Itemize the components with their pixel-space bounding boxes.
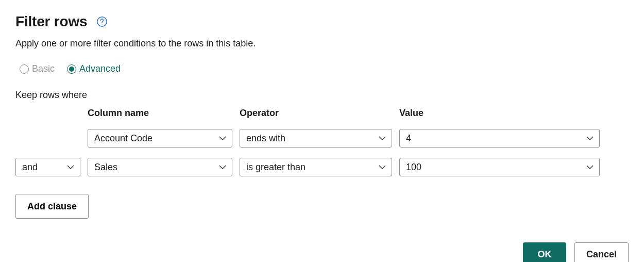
select-value: Sales	[94, 162, 117, 173]
conjunction-empty	[15, 129, 80, 148]
page-title: Filter rows	[15, 13, 87, 30]
chevron-down-icon	[378, 163, 386, 171]
select-value: and	[22, 162, 38, 173]
select-value: Account Code	[94, 133, 152, 144]
select-value: 100	[406, 162, 421, 173]
help-icon[interactable]	[96, 16, 108, 27]
ok-button[interactable]: OK	[523, 242, 566, 262]
chevron-down-icon	[586, 163, 594, 171]
keep-rows-label: Keep rows where	[15, 90, 629, 101]
select-value: ends with	[246, 133, 285, 144]
column-select[interactable]: Sales	[88, 158, 232, 176]
column-header-value: Value	[399, 108, 600, 119]
mode-radio-basic[interactable]: Basic	[20, 63, 55, 74]
chevron-down-icon	[218, 134, 227, 142]
page-subtitle: Apply one or more filter conditions to t…	[15, 38, 629, 49]
column-header-column-name: Column name	[88, 108, 232, 119]
column-header-operator: Operator	[240, 108, 392, 119]
mode-radio-advanced[interactable]: Advanced	[67, 63, 121, 74]
dialog-footer: OK Cancel	[15, 242, 629, 262]
radio-label-basic: Basic	[32, 63, 55, 74]
chevron-down-icon	[66, 163, 75, 171]
radio-label-advanced: Advanced	[79, 63, 121, 74]
value-select[interactable]: 4	[399, 129, 600, 148]
chevron-down-icon	[586, 134, 594, 142]
operator-select[interactable]: is greater than	[240, 158, 392, 176]
mode-radio-group: Basic Advanced	[20, 63, 629, 74]
conjunction-select[interactable]: and	[15, 158, 80, 176]
add-clause-button[interactable]: Add clause	[15, 194, 89, 219]
value-select[interactable]: 100	[399, 158, 600, 176]
radio-icon	[20, 64, 29, 74]
chevron-down-icon	[218, 163, 227, 171]
clauses-grid: Column name Operator Value Account Code …	[15, 108, 629, 176]
select-value: is greater than	[246, 162, 306, 173]
column-select[interactable]: Account Code	[88, 129, 232, 148]
cancel-button[interactable]: Cancel	[574, 242, 629, 262]
select-value: 4	[406, 133, 411, 144]
radio-icon	[67, 64, 76, 74]
operator-select[interactable]: ends with	[240, 129, 392, 148]
chevron-down-icon	[378, 134, 386, 142]
grid-spacer	[15, 108, 80, 119]
svg-point-1	[102, 24, 103, 25]
